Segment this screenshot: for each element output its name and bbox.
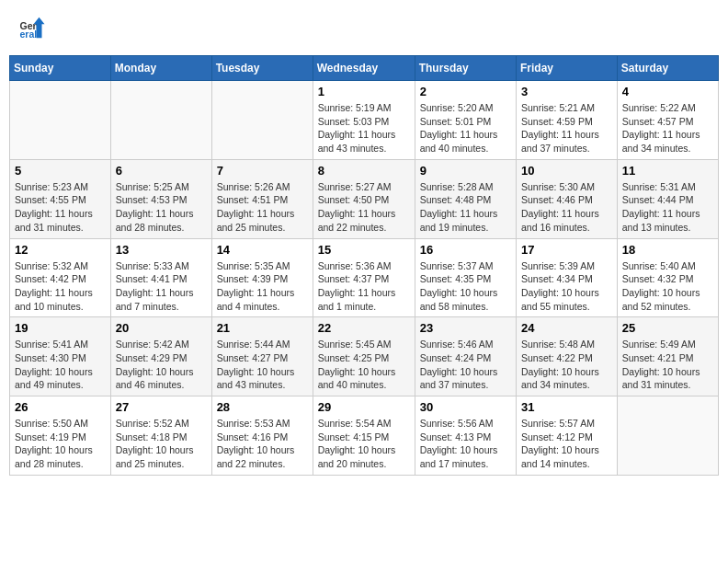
calendar-cell: 24Sunrise: 5:48 AMSunset: 4:22 PMDayligh…: [517, 317, 618, 396]
calendar-cell: 30Sunrise: 5:56 AMSunset: 4:13 PMDayligh…: [415, 396, 516, 476]
day-info: Sunrise: 5:28 AMSunset: 4:48 PMDaylight:…: [420, 180, 511, 235]
calendar-table: SundayMondayTuesdayWednesdayThursdayFrid…: [9, 55, 719, 476]
calendar-cell: 15Sunrise: 5:36 AMSunset: 4:37 PMDayligh…: [313, 238, 415, 317]
day-number: 26: [15, 400, 106, 414]
day-info: Sunrise: 5:37 AMSunset: 4:35 PMDaylight:…: [420, 259, 511, 314]
day-info: Sunrise: 5:31 AMSunset: 4:44 PMDaylight:…: [622, 180, 713, 235]
day-info: Sunrise: 5:57 AMSunset: 4:12 PMDaylight:…: [521, 417, 612, 471]
day-number: 21: [217, 321, 308, 335]
calendar-cell: [617, 396, 718, 476]
day-header-friday: Friday: [517, 56, 618, 81]
day-number: 3: [521, 85, 612, 98]
day-info: Sunrise: 5:56 AMSunset: 4:13 PMDaylight:…: [420, 417, 511, 471]
calendar-week-row: 19Sunrise: 5:41 AMSunset: 4:30 PMDayligh…: [10, 317, 719, 396]
day-header-thursday: Thursday: [415, 56, 516, 81]
day-info: Sunrise: 5:48 AMSunset: 4:22 PMDaylight:…: [521, 338, 612, 392]
day-number: 4: [622, 85, 713, 98]
day-info: Sunrise: 5:25 AMSunset: 4:53 PMDaylight:…: [116, 180, 207, 235]
day-info: Sunrise: 5:35 AMSunset: 4:39 PMDaylight:…: [217, 259, 308, 314]
day-info: Sunrise: 5:30 AMSunset: 4:46 PMDaylight:…: [521, 180, 612, 235]
calendar-cell: 29Sunrise: 5:54 AMSunset: 4:15 PMDayligh…: [313, 396, 415, 476]
day-info: Sunrise: 5:53 AMSunset: 4:16 PMDaylight:…: [217, 417, 308, 471]
calendar-cell: 28Sunrise: 5:53 AMSunset: 4:16 PMDayligh…: [211, 396, 313, 476]
calendar-cell: 26Sunrise: 5:50 AMSunset: 4:19 PMDayligh…: [10, 396, 111, 476]
calendar-week-row: 26Sunrise: 5:50 AMSunset: 4:19 PMDayligh…: [10, 396, 719, 476]
day-number: 6: [116, 164, 207, 178]
day-info: Sunrise: 5:49 AMSunset: 4:21 PMDaylight:…: [622, 338, 713, 392]
day-header-sunday: Sunday: [10, 56, 111, 81]
page-header: Gen eral: [9, 9, 719, 46]
calendar-cell: 17Sunrise: 5:39 AMSunset: 4:34 PMDayligh…: [517, 238, 618, 317]
day-number: 20: [116, 321, 207, 335]
calendar-cell: 3Sunrise: 5:21 AMSunset: 4:59 PMDaylight…: [517, 81, 618, 160]
day-info: Sunrise: 5:20 AMSunset: 5:01 PMDaylight:…: [420, 101, 511, 155]
day-header-wednesday: Wednesday: [313, 56, 415, 81]
svg-text:eral: eral: [20, 29, 38, 40]
day-info: Sunrise: 5:27 AMSunset: 4:50 PMDaylight:…: [318, 180, 410, 235]
calendar-cell: 4Sunrise: 5:22 AMSunset: 4:57 PMDaylight…: [617, 81, 718, 160]
calendar-cell: 12Sunrise: 5:32 AMSunset: 4:42 PMDayligh…: [10, 238, 111, 317]
day-header-saturday: Saturday: [617, 56, 718, 81]
calendar-cell: 5Sunrise: 5:23 AMSunset: 4:55 PMDaylight…: [10, 159, 111, 238]
day-info: Sunrise: 5:44 AMSunset: 4:27 PMDaylight:…: [217, 338, 308, 392]
calendar-cell: 11Sunrise: 5:31 AMSunset: 4:44 PMDayligh…: [617, 159, 718, 238]
calendar-cell: 13Sunrise: 5:33 AMSunset: 4:41 PMDayligh…: [110, 238, 211, 317]
calendar-cell: 16Sunrise: 5:37 AMSunset: 4:35 PMDayligh…: [415, 238, 516, 317]
calendar-cell: 9Sunrise: 5:28 AMSunset: 4:48 PMDaylight…: [415, 159, 516, 238]
day-number: 24: [521, 321, 612, 335]
day-info: Sunrise: 5:33 AMSunset: 4:41 PMDaylight:…: [116, 259, 207, 314]
day-info: Sunrise: 5:45 AMSunset: 4:25 PMDaylight:…: [318, 338, 410, 392]
day-number: 12: [15, 243, 106, 257]
day-info: Sunrise: 5:23 AMSunset: 4:55 PMDaylight:…: [15, 180, 106, 235]
logo-icon: Gen eral: [18, 14, 46, 41]
day-number: 22: [318, 321, 410, 335]
calendar-cell: 8Sunrise: 5:27 AMSunset: 4:50 PMDaylight…: [313, 159, 415, 238]
day-info: Sunrise: 5:19 AMSunset: 5:03 PMDaylight:…: [318, 101, 410, 155]
day-number: 5: [15, 164, 106, 178]
day-number: 10: [521, 164, 612, 178]
calendar-cell: 7Sunrise: 5:26 AMSunset: 4:51 PMDaylight…: [211, 159, 313, 238]
day-info: Sunrise: 5:22 AMSunset: 4:57 PMDaylight:…: [622, 101, 713, 155]
day-info: Sunrise: 5:36 AMSunset: 4:37 PMDaylight:…: [318, 259, 410, 314]
day-info: Sunrise: 5:39 AMSunset: 4:34 PMDaylight:…: [521, 259, 612, 314]
day-number: 13: [116, 243, 207, 257]
day-number: 29: [318, 400, 410, 414]
calendar-cell: 31Sunrise: 5:57 AMSunset: 4:12 PMDayligh…: [517, 396, 618, 476]
calendar-week-row: 5Sunrise: 5:23 AMSunset: 4:55 PMDaylight…: [10, 159, 719, 238]
day-number: 23: [420, 321, 511, 335]
day-info: Sunrise: 5:46 AMSunset: 4:24 PMDaylight:…: [420, 338, 511, 392]
calendar-cell: [10, 81, 111, 160]
calendar-cell: 21Sunrise: 5:44 AMSunset: 4:27 PMDayligh…: [211, 317, 313, 396]
day-number: 11: [622, 164, 713, 178]
calendar-header-row: SundayMondayTuesdayWednesdayThursdayFrid…: [10, 56, 719, 81]
calendar-cell: 18Sunrise: 5:40 AMSunset: 4:32 PMDayligh…: [617, 238, 718, 317]
day-number: 19: [15, 321, 106, 335]
calendar-cell: 6Sunrise: 5:25 AMSunset: 4:53 PMDaylight…: [110, 159, 211, 238]
day-number: 31: [521, 400, 612, 414]
day-info: Sunrise: 5:40 AMSunset: 4:32 PMDaylight:…: [622, 259, 713, 314]
day-number: 9: [420, 164, 511, 178]
calendar-cell: 23Sunrise: 5:46 AMSunset: 4:24 PMDayligh…: [415, 317, 516, 396]
day-info: Sunrise: 5:21 AMSunset: 4:59 PMDaylight:…: [521, 101, 612, 155]
day-number: 7: [217, 164, 308, 178]
day-number: 16: [420, 243, 511, 257]
day-info: Sunrise: 5:42 AMSunset: 4:29 PMDaylight:…: [116, 338, 207, 392]
day-info: Sunrise: 5:54 AMSunset: 4:15 PMDaylight:…: [318, 417, 410, 471]
day-info: Sunrise: 5:50 AMSunset: 4:19 PMDaylight:…: [15, 417, 106, 471]
calendar-cell: 22Sunrise: 5:45 AMSunset: 4:25 PMDayligh…: [313, 317, 415, 396]
calendar-cell: 19Sunrise: 5:41 AMSunset: 4:30 PMDayligh…: [10, 317, 111, 396]
day-number: 1: [318, 85, 410, 98]
calendar-cell: 27Sunrise: 5:52 AMSunset: 4:18 PMDayligh…: [110, 396, 211, 476]
day-number: 17: [521, 243, 612, 257]
calendar-cell: 14Sunrise: 5:35 AMSunset: 4:39 PMDayligh…: [211, 238, 313, 317]
day-number: 14: [217, 243, 308, 257]
calendar-cell: [110, 81, 211, 160]
day-header-monday: Monday: [110, 56, 211, 81]
calendar-cell: 20Sunrise: 5:42 AMSunset: 4:29 PMDayligh…: [110, 317, 211, 396]
calendar-week-row: 1Sunrise: 5:19 AMSunset: 5:03 PMDaylight…: [10, 81, 719, 160]
day-number: 8: [318, 164, 410, 178]
logo: Gen eral: [18, 14, 50, 41]
day-number: 15: [318, 243, 410, 257]
day-number: 18: [622, 243, 713, 257]
calendar-cell: 1Sunrise: 5:19 AMSunset: 5:03 PMDaylight…: [313, 81, 415, 160]
